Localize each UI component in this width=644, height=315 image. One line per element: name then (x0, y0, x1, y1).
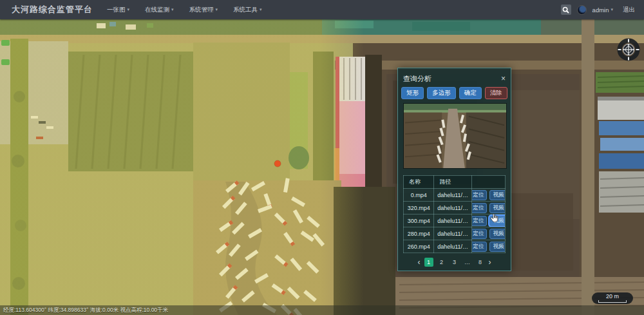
map-tag-icon[interactable] (1, 59, 10, 65)
table-row[interactable]: 300.mp4 dahelu11/… 定位 视频 (404, 215, 506, 227)
aerial-imagery (0, 19, 644, 315)
coordinates-status-bar: 经度:113.604300° 纬度:34.898633° 海拔:0.00米 视点… (0, 305, 644, 315)
menu-one-map[interactable]: 一张图 ▾ (107, 6, 129, 14)
query-analysis-panel: 查询分析 × 矩形 多边形 确定 清除 名称 路径 (397, 68, 511, 271)
table-row[interactable]: 280.mp4 dahelu11/… 定位 视频 (404, 227, 506, 240)
table-row[interactable]: 260.mp4 dahelu11/… 定位 视频 (404, 240, 506, 253)
page-1-button[interactable]: 1 (424, 258, 433, 267)
table-header-row: 名称 路径 (404, 176, 506, 189)
coordinates-readout: 经度:113.604300° 纬度:34.898633° 海拔:0.00米 视点… (3, 307, 168, 313)
table-row[interactable]: 320.mp4 dahelu11/… 定位 视频 (404, 202, 506, 215)
compass-control[interactable] (617, 38, 640, 61)
clear-button[interactable]: 清除 (485, 87, 507, 99)
video-files-table: 名称 路径 0.mp4 dahelu11/… 定位 视频 320.mp4 dah… (403, 175, 506, 253)
draw-toolbar: 矩形 多边形 确定 清除 (403, 87, 506, 99)
chevron-down-icon: ▾ (260, 7, 262, 12)
panel-title: 查询分析 (403, 74, 431, 84)
map-marker-red-dot[interactable] (274, 160, 281, 167)
app-window: 大河路综合监管平台 一张图 ▾ 在线监测 ▾ 系统管理 ▾ 系统工具 ▾ (0, 0, 644, 315)
query-result-thumbnail[interactable] (403, 103, 507, 169)
table-row[interactable]: 0.mp4 dahelu11/… 定位 视频 (404, 189, 506, 202)
locate-button[interactable]: 定位 (471, 229, 487, 239)
search-icon (562, 6, 569, 14)
video-button[interactable]: 视频 (489, 242, 505, 252)
page-2-button[interactable]: 2 (437, 258, 446, 267)
scale-bracket (598, 300, 627, 303)
prev-page-button[interactable]: ‹ (418, 258, 421, 266)
user-avatar[interactable] (577, 5, 587, 15)
locate-button[interactable]: 定位 (471, 216, 487, 226)
next-page-button[interactable]: › (489, 258, 491, 266)
video-button[interactable]: 视频 (489, 203, 505, 213)
rectangle-tool-button[interactable]: 矩形 (401, 87, 424, 99)
chevron-down-icon: ▾ (611, 7, 613, 12)
chevron-down-icon: ▾ (128, 7, 130, 12)
page-3-button[interactable]: 3 (450, 258, 459, 267)
column-header-name: 名称 (404, 176, 434, 189)
page-8-button[interactable]: 8 (476, 258, 485, 267)
close-icon[interactable]: × (501, 75, 506, 82)
locate-button[interactable]: 定位 (471, 242, 487, 252)
map-scale-bar: 20 m (592, 292, 633, 304)
pagination: ‹ 1 2 3 … 8 › (403, 258, 506, 267)
top-navbar: 大河路综合监管平台 一张图 ▾ 在线监测 ▾ 系统管理 ▾ 系统工具 ▾ (0, 0, 644, 19)
scale-label: 20 m (606, 294, 619, 300)
menu-online-monitoring[interactable]: 在线监测 ▾ (145, 6, 174, 14)
logout-button[interactable]: 退出 (623, 6, 635, 14)
app-title: 大河路综合监管平台 (12, 4, 93, 15)
chevron-down-icon: ▾ (216, 7, 218, 12)
map-view[interactable]: 20 m (0, 19, 644, 315)
search-button[interactable] (561, 5, 571, 15)
video-button[interactable]: 视频 (489, 190, 505, 200)
map-tag-icon[interactable] (1, 40, 10, 46)
column-header-actions (471, 176, 505, 189)
locate-button[interactable]: 定位 (471, 203, 487, 213)
main-menu: 一张图 ▾ 在线监测 ▾ 系统管理 ▾ 系统工具 ▾ (107, 6, 262, 14)
column-header-path: 路径 (434, 176, 471, 189)
page-ellipsis: … (463, 258, 472, 267)
menu-system-management[interactable]: 系统管理 ▾ (189, 6, 218, 14)
locate-button[interactable]: 定位 (471, 190, 487, 200)
video-button[interactable]: 视频 (489, 229, 505, 239)
polygon-tool-button[interactable]: 多边形 (427, 87, 456, 99)
video-button-hovered[interactable]: 视频 (489, 216, 505, 226)
menu-system-tools[interactable]: 系统工具 ▾ (233, 6, 262, 14)
user-menu[interactable]: admin ▾ (592, 6, 613, 14)
confirm-button[interactable]: 确定 (459, 87, 482, 99)
chevron-down-icon: ▾ (171, 7, 174, 12)
